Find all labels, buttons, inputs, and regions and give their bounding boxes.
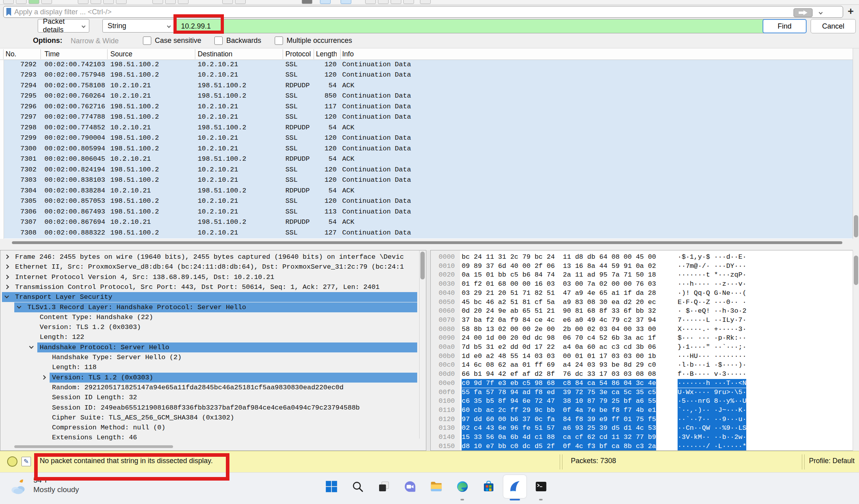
toolbar-icon-clipped[interactable] bbox=[16, 0, 27, 4]
toolbar-icon-clipped[interactable] bbox=[103, 0, 114, 4]
hex-row-00d0[interactable]: 00d066 b1 94 42 ef af d2 8f 76 dc 33 17 … bbox=[431, 370, 859, 379]
pane-divider[interactable] bbox=[426, 250, 430, 451]
detail-tree-item[interactable]: Handshake Protocol: Server Hello bbox=[0, 342, 426, 352]
tree-expander-icon[interactable] bbox=[4, 285, 9, 289]
detail-tree-item[interactable]: Ethernet II, Src: ProxmoxServe_d8:db:64 … bbox=[0, 262, 426, 272]
taskbar-start-icon[interactable] bbox=[320, 475, 343, 498]
packet-row-7297[interactable]: 729700:02:00.774788198.51.100.210.2.10.2… bbox=[4, 112, 853, 123]
hex-row-0050[interactable]: 005045 bc 46 a2 51 81 cf 5a a9 83 08 30 … bbox=[431, 298, 859, 307]
packet-row-7298[interactable]: 729800:02:00.77485210.2.10.21198.51.100.… bbox=[4, 123, 853, 133]
hex-row-0080[interactable]: 008058 8b 13 02 00 00 2e 00 2b 00 02 03 … bbox=[431, 325, 859, 334]
column-header-info[interactable]: Info bbox=[342, 50, 354, 58]
toolbar-icon-clipped[interactable] bbox=[41, 0, 52, 4]
apply-filter-button[interactable] bbox=[794, 8, 813, 17]
toolbar-icon-clipped[interactable] bbox=[420, 0, 431, 4]
search-type-select[interactable]: String bbox=[102, 19, 175, 33]
column-header-protocol[interactable]: Protocol bbox=[285, 50, 311, 58]
weather-widget[interactable]: 54°F Mostly cloudy bbox=[6, 473, 117, 504]
find-button[interactable]: Find bbox=[763, 19, 807, 33]
toolbar-icon-clipped[interactable] bbox=[222, 0, 233, 4]
toolbar-icon-clipped[interactable] bbox=[152, 0, 163, 4]
detail-tree-item[interactable]: Frame 246: 2455 bytes on wire (19640 bit… bbox=[0, 252, 426, 262]
packet-row-7308[interactable]: 730800:02:00.888322198.51.100.210.2.10.2… bbox=[4, 228, 853, 239]
toolbar-icon-clipped[interactable] bbox=[78, 0, 89, 4]
bookmark-icon[interactable] bbox=[6, 8, 12, 16]
packet-row-7300[interactable]: 730000:02:00.805994198.51.100.210.2.10.2… bbox=[4, 144, 853, 154]
detail-tree-item[interactable]: Length: 122 bbox=[0, 332, 426, 342]
toolbar-icon-clipped[interactable] bbox=[403, 0, 414, 4]
details-horizontal-scrollbar[interactable] bbox=[14, 445, 173, 448]
toolbar-icon-clipped[interactable] bbox=[29, 0, 39, 4]
details-vertical-scrollbar[interactable] bbox=[419, 250, 426, 439]
taskbar-chat-icon[interactable] bbox=[399, 475, 422, 498]
column-header-length[interactable]: Length bbox=[316, 50, 337, 58]
hex-row-0010[interactable]: 001009 89 37 6d 40 00 2f 06 13 16 8a 44 … bbox=[431, 262, 859, 271]
hex-vertical-scrollbar[interactable] bbox=[853, 250, 859, 451]
packet-row-7302[interactable]: 730200:02:00.824194198.51.100.210.2.10.2… bbox=[4, 165, 853, 175]
packet-row-7305[interactable]: 730500:02:00.857053198.51.100.210.2.10.2… bbox=[4, 196, 853, 207]
toolbar-icon-clipped[interactable] bbox=[378, 0, 389, 4]
toolbar-icon-clipped[interactable] bbox=[178, 0, 189, 4]
detail-tree-item[interactable]: Handshake Type: Server Hello (2) bbox=[0, 352, 426, 362]
hex-row-0040[interactable]: 004003 29 21 20 51 71 82 51 47 a9 4e 65 … bbox=[431, 289, 859, 298]
packet-row-7294[interactable]: 729400:02:00.75810810.2.10.21198.51.100.… bbox=[4, 81, 853, 91]
toolbar-icon-clipped[interactable] bbox=[165, 0, 176, 4]
tree-expander-icon[interactable] bbox=[29, 344, 33, 348]
hex-row-0070[interactable]: 007037 ba f2 0a f9 84 ce 4c e6 a0 49 4c … bbox=[431, 316, 859, 325]
hex-row-00f0[interactable]: 00f055 fa 57 78 94 ad f8 ed 39 72 75 3e … bbox=[431, 388, 859, 397]
detail-tree-item[interactable]: Internet Protocol Version 4, Src: 138.68… bbox=[0, 272, 426, 282]
detail-tree-item[interactable]: Extensions Length: 46 bbox=[0, 433, 426, 442]
hex-row-0110[interactable]: 011060 cb ac 2c ff 29 9c bb 0f 4a 7e be … bbox=[431, 406, 859, 415]
toolbar-icon-clipped[interactable] bbox=[91, 0, 101, 4]
detail-tree-item[interactable]: Version: TLS 1.2 (0x0303) bbox=[0, 322, 426, 332]
toolbar-icon-clipped[interactable] bbox=[341, 0, 351, 4]
expert-info-icon[interactable] bbox=[7, 456, 17, 467]
hex-row-00a0[interactable]: 00a07d b5 31 e2 dd 0d 17 22 a4 0a 60 ac … bbox=[431, 343, 859, 352]
profile-indicator[interactable]: Profile: Default bbox=[809, 457, 855, 465]
packet-row-7296[interactable]: 729600:02:00.762716198.51.100.210.2.10.2… bbox=[4, 102, 853, 112]
hex-row-0090[interactable]: 009024 00 1d 00 20 0d dc 98 06 70 c4 52 … bbox=[431, 334, 859, 343]
multiple-occurrences-checkbox[interactable] bbox=[275, 37, 283, 45]
tree-expander-icon[interactable] bbox=[4, 265, 9, 269]
toolbar-icon-clipped[interactable] bbox=[302, 0, 312, 4]
case-sensitive-checkbox[interactable] bbox=[143, 37, 151, 45]
toolbar-icon-clipped[interactable] bbox=[116, 0, 127, 4]
packet-row-7301[interactable]: 730100:02:00.80604510.2.10.21198.51.100.… bbox=[4, 154, 853, 165]
toolbar-icon-clipped[interactable] bbox=[365, 0, 376, 4]
detail-tree-item[interactable]: Content Type: Handshake (22) bbox=[0, 312, 426, 322]
hex-row-0030[interactable]: 003001 f2 01 68 00 00 16 03 03 00 7a 02 … bbox=[431, 280, 859, 289]
packet-row-7306[interactable]: 730600:02:00.867493198.51.100.210.2.10.2… bbox=[4, 207, 853, 217]
packet-row-7304[interactable]: 730400:02:00.83828410.2.10.21198.51.100.… bbox=[4, 186, 853, 196]
taskbar-file-explorer-icon[interactable] bbox=[425, 475, 448, 498]
cancel-button[interactable]: Cancel bbox=[811, 19, 856, 33]
detail-tree-item[interactable]: Compression Method: null (0) bbox=[0, 423, 426, 433]
tree-expander-icon[interactable] bbox=[41, 375, 46, 379]
packet-row-7303[interactable]: 730300:02:00.838103198.51.100.210.2.10.2… bbox=[4, 175, 853, 186]
toolbar-icon-clipped[interactable] bbox=[235, 0, 246, 4]
detail-tree-item[interactable]: Random: 2921205171825147a94e65a11fda2845… bbox=[0, 383, 426, 392]
pane-splitter[interactable] bbox=[0, 239, 859, 250]
packet-list-vertical-scrollbar[interactable] bbox=[853, 48, 859, 239]
packet-list-horizontal-scrollbar[interactable] bbox=[12, 241, 842, 244]
hex-row-00b0[interactable]: 00b01d e0 a2 48 55 14 03 03 00 01 01 17 … bbox=[431, 352, 859, 361]
taskbar-terminal-icon[interactable] bbox=[530, 475, 553, 498]
tree-expander-icon[interactable] bbox=[4, 275, 9, 279]
detail-tree-item[interactable]: Cipher Suite: TLS_AES_256_GCM_SHA384 (0x… bbox=[0, 413, 426, 423]
taskbar-task-view-icon[interactable] bbox=[372, 475, 395, 498]
packet-row-7293[interactable]: 729300:02:00.757948198.51.100.210.2.10.2… bbox=[4, 70, 853, 81]
packet-row-7292[interactable]: 729200:02:00.742103198.51.100.210.2.10.2… bbox=[4, 60, 853, 70]
capture-comment-icon[interactable]: ✎ bbox=[21, 457, 31, 466]
search-input[interactable] bbox=[176, 19, 767, 33]
taskbar-edge-icon[interactable] bbox=[451, 475, 474, 498]
detail-tree-item[interactable]: Transmission Control Protocol, Src Port:… bbox=[0, 282, 426, 292]
column-header-time[interactable]: Time bbox=[44, 50, 60, 58]
filter-apply-dropdown-caret-icon[interactable] bbox=[819, 11, 823, 15]
taskbar-store-icon[interactable] bbox=[477, 475, 500, 498]
search-scope-select[interactable]: Packet details bbox=[38, 19, 89, 33]
detail-tree-item[interactable]: Session ID: 249eab6551219081688f336fbb32… bbox=[0, 403, 426, 413]
tree-expander-icon[interactable] bbox=[4, 254, 9, 259]
hex-row-0140[interactable]: 014015 33 56 0a 6b 4d c1 88 ca cf 62 cd … bbox=[431, 433, 859, 442]
hex-row-0000[interactable]: 0000bc 24 11 31 2c 79 bc 24 11 d8 db 64 … bbox=[431, 253, 859, 262]
column-header-no[interactable]: No. bbox=[6, 50, 16, 58]
taskbar-wireshark-icon[interactable] bbox=[503, 475, 526, 498]
